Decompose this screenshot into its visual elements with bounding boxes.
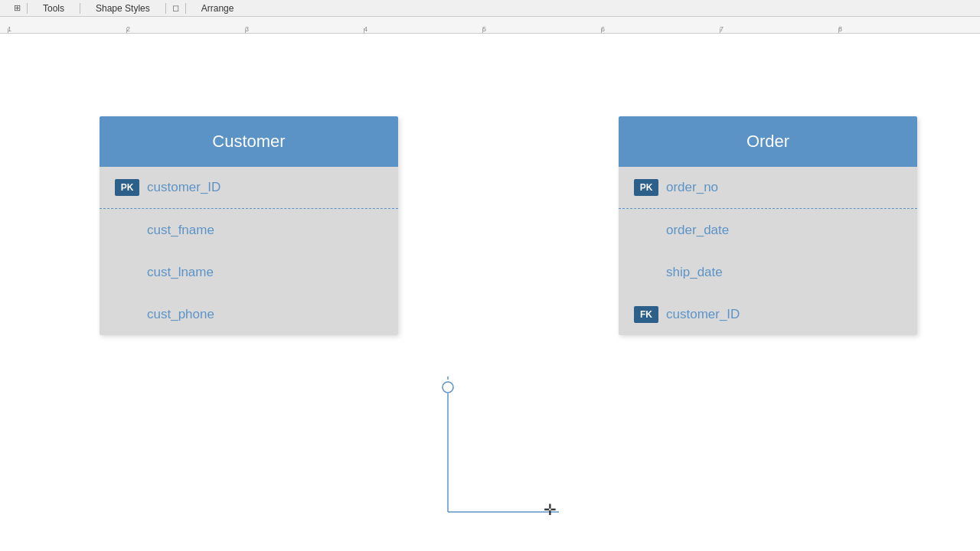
order-pk-row: PK order_no — [619, 167, 917, 209]
toolbar-icon: ⊞ — [8, 3, 27, 13]
ruler-mark-4: 4 — [364, 25, 482, 33]
toolbar-arrange[interactable]: Arrange — [186, 3, 250, 14]
order-table-title: Order — [746, 132, 789, 151]
ruler-mark-6: 6 — [601, 25, 720, 33]
order-fk-row: FK customer_ID — [619, 293, 917, 335]
customer-fname-field: cust_fname — [147, 223, 214, 238]
order-date-field: order_date — [666, 223, 729, 238]
ruler-marks: 1 2 3 4 5 6 7 8 — [0, 17, 980, 33]
customer-table-header: Customer — [100, 116, 398, 167]
customer-table[interactable]: Customer PK customer_ID cust_fname cust_… — [100, 116, 398, 335]
customer-lname-field: cust_lname — [147, 265, 214, 280]
toolbar-shape-styles[interactable]: Shape Styles — [80, 3, 165, 14]
ruler-mark-8: 8 — [838, 25, 957, 33]
order-ship-field: ship_date — [666, 265, 723, 280]
ruler-mark-1: 1 — [8, 25, 126, 33]
ruler-mark-3: 3 — [245, 25, 364, 33]
customer-pk-field: customer_ID — [147, 180, 220, 195]
shape-styles-icon: ◻ — [166, 3, 185, 13]
order-pk-field: order_no — [666, 180, 718, 195]
order-fk-badge: FK — [634, 306, 658, 323]
order-fk-field: customer_ID — [666, 307, 740, 322]
customer-lname-row: cust_lname — [100, 251, 398, 293]
ruler: 1 2 3 4 5 6 7 8 — [0, 17, 980, 34]
toolbar-tools[interactable]: Tools — [28, 3, 80, 14]
order-table[interactable]: Order PK order_no order_date ship_date F… — [619, 116, 917, 335]
ruler-mark-2: 2 — [126, 25, 245, 33]
order-table-header: Order — [619, 116, 917, 167]
customer-phone-row: cust_phone — [100, 293, 398, 335]
ruler-mark-5: 5 — [482, 25, 601, 33]
order-table-body: PK order_no order_date ship_date FK cust… — [619, 167, 917, 335]
customer-pk-badge: PK — [115, 179, 139, 196]
customer-pk-row: PK customer_ID — [100, 167, 398, 209]
canvas: Customer PK customer_ID cust_fname cust_… — [0, 34, 980, 551]
order-pk-badge: PK — [634, 179, 658, 196]
ruler-mark-7: 7 — [720, 25, 838, 33]
order-date-row: order_date — [619, 209, 917, 251]
customer-table-body: PK customer_ID cust_fname cust_lname cus… — [100, 167, 398, 335]
toolbar: ⊞ Tools Shape Styles ◻ Arrange — [0, 0, 980, 17]
customer-table-title: Customer — [212, 132, 285, 151]
customer-fname-row: cust_fname — [100, 209, 398, 251]
customer-phone-field: cust_phone — [147, 307, 214, 322]
cursor-move-icon: ✛ — [544, 500, 557, 519]
crowfoot-circle — [443, 382, 453, 393]
order-ship-row: ship_date — [619, 251, 917, 293]
